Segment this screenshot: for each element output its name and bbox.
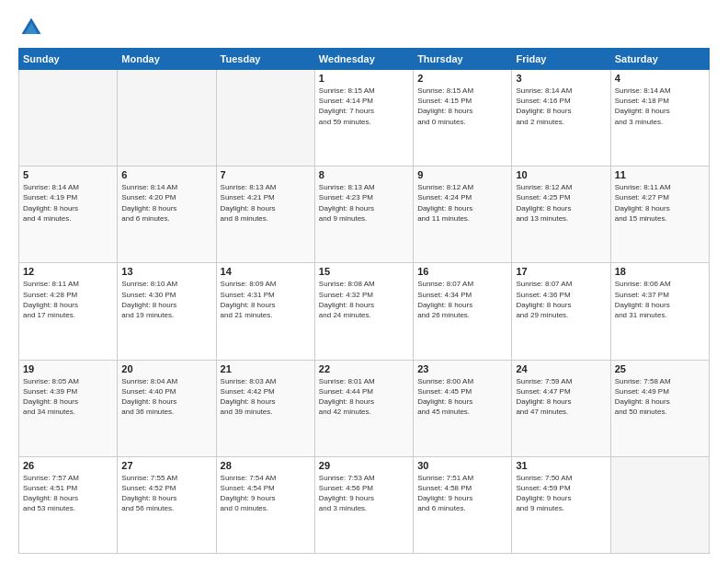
day-info: Sunrise: 8:14 AM Sunset: 4:16 PM Dayligh… (516, 86, 606, 127)
day-of-week-header: Saturday (610, 49, 709, 70)
day-number: 30 (417, 460, 507, 471)
day-info: Sunrise: 8:14 AM Sunset: 4:19 PM Dayligh… (23, 182, 113, 224)
calendar-day-cell: 6Sunrise: 8:14 AM Sunset: 4:20 PM Daylig… (118, 167, 216, 263)
day-info: Sunrise: 8:14 AM Sunset: 4:20 PM Dayligh… (121, 182, 211, 224)
calendar-day-cell: 27Sunrise: 7:55 AM Sunset: 4:52 PM Dayli… (118, 456, 216, 553)
calendar-day-cell: 11Sunrise: 8:11 AM Sunset: 4:27 PM Dayli… (610, 167, 709, 263)
day-info: Sunrise: 8:12 AM Sunset: 4:24 PM Dayligh… (417, 182, 507, 224)
calendar-day-cell: 10Sunrise: 8:12 AM Sunset: 4:25 PM Dayli… (512, 167, 610, 263)
day-info: Sunrise: 8:11 AM Sunset: 4:27 PM Dayligh… (615, 182, 705, 224)
calendar-day-cell: 7Sunrise: 8:13 AM Sunset: 4:21 PM Daylig… (216, 167, 314, 263)
day-number: 7 (221, 169, 311, 180)
day-number: 11 (615, 169, 705, 180)
calendar-day-cell: 15Sunrise: 8:08 AM Sunset: 4:32 PM Dayli… (314, 263, 413, 360)
day-of-week-header: Tuesday (216, 49, 314, 70)
day-info: Sunrise: 7:53 AM Sunset: 4:56 PM Dayligh… (319, 473, 409, 514)
day-number: 14 (221, 266, 311, 277)
calendar-week-row: 19Sunrise: 8:05 AM Sunset: 4:39 PM Dayli… (19, 360, 710, 456)
calendar-day-cell: 9Sunrise: 8:12 AM Sunset: 4:24 PM Daylig… (414, 167, 512, 263)
page: SundayMondayTuesdayWednesdayThursdayFrid… (0, 0, 728, 563)
day-info: Sunrise: 7:51 AM Sunset: 4:58 PM Dayligh… (417, 473, 507, 514)
calendar-day-cell: 19Sunrise: 8:05 AM Sunset: 4:39 PM Dayli… (19, 360, 118, 456)
day-info: Sunrise: 8:13 AM Sunset: 4:23 PM Dayligh… (319, 182, 409, 224)
calendar-week-row: 1Sunrise: 8:15 AM Sunset: 4:14 PM Daylig… (19, 70, 710, 167)
day-info: Sunrise: 8:06 AM Sunset: 4:37 PM Dayligh… (615, 279, 705, 320)
calendar-day-cell: 22Sunrise: 8:01 AM Sunset: 4:44 PM Dayli… (314, 360, 413, 456)
day-info: Sunrise: 7:54 AM Sunset: 4:54 PM Dayligh… (221, 473, 311, 514)
day-info: Sunrise: 8:07 AM Sunset: 4:36 PM Dayligh… (516, 279, 606, 320)
day-info: Sunrise: 8:12 AM Sunset: 4:25 PM Dayligh… (516, 182, 606, 224)
day-number: 26 (23, 460, 113, 471)
calendar-week-row: 12Sunrise: 8:11 AM Sunset: 4:28 PM Dayli… (19, 263, 710, 360)
day-info: Sunrise: 8:09 AM Sunset: 4:31 PM Dayligh… (221, 279, 311, 320)
day-info: Sunrise: 7:59 AM Sunset: 4:47 PM Dayligh… (516, 376, 606, 418)
logo (18, 15, 48, 40)
day-info: Sunrise: 7:57 AM Sunset: 4:51 PM Dayligh… (23, 473, 113, 514)
day-info: Sunrise: 8:11 AM Sunset: 4:28 PM Dayligh… (23, 279, 113, 320)
day-number: 21 (221, 363, 311, 374)
day-info: Sunrise: 7:58 AM Sunset: 4:49 PM Dayligh… (615, 376, 705, 418)
day-number: 18 (615, 266, 705, 277)
calendar-day-cell: 12Sunrise: 8:11 AM Sunset: 4:28 PM Dayli… (19, 263, 118, 360)
day-number: 22 (319, 363, 409, 374)
day-number: 24 (516, 363, 606, 374)
calendar-day-cell: 14Sunrise: 8:09 AM Sunset: 4:31 PM Dayli… (216, 263, 314, 360)
day-number: 15 (319, 266, 409, 277)
day-number: 10 (516, 169, 606, 180)
day-number: 5 (23, 169, 113, 180)
calendar-day-cell: 24Sunrise: 7:59 AM Sunset: 4:47 PM Dayli… (512, 360, 610, 456)
day-info: Sunrise: 8:15 AM Sunset: 4:14 PM Dayligh… (319, 86, 409, 127)
calendar-table: SundayMondayTuesdayWednesdayThursdayFrid… (18, 48, 710, 554)
calendar-day-cell: 16Sunrise: 8:07 AM Sunset: 4:34 PM Dayli… (414, 263, 512, 360)
day-info: Sunrise: 8:07 AM Sunset: 4:34 PM Dayligh… (417, 279, 507, 320)
day-of-week-header: Monday (118, 49, 216, 70)
day-number: 1 (319, 73, 409, 84)
day-info: Sunrise: 8:08 AM Sunset: 4:32 PM Dayligh… (319, 279, 409, 320)
calendar-day-cell: 26Sunrise: 7:57 AM Sunset: 4:51 PM Dayli… (19, 456, 118, 553)
day-info: Sunrise: 8:05 AM Sunset: 4:39 PM Dayligh… (23, 376, 113, 418)
day-number: 2 (417, 73, 507, 84)
calendar-day-cell (19, 70, 118, 167)
day-info: Sunrise: 8:00 AM Sunset: 4:45 PM Dayligh… (417, 376, 507, 418)
day-info: Sunrise: 7:50 AM Sunset: 4:59 PM Dayligh… (516, 473, 606, 514)
calendar-day-cell: 21Sunrise: 8:03 AM Sunset: 4:42 PM Dayli… (216, 360, 314, 456)
calendar-day-cell: 25Sunrise: 7:58 AM Sunset: 4:49 PM Dayli… (610, 360, 709, 456)
header (18, 15, 710, 40)
calendar-day-cell: 8Sunrise: 8:13 AM Sunset: 4:23 PM Daylig… (314, 167, 413, 263)
calendar-week-row: 5Sunrise: 8:14 AM Sunset: 4:19 PM Daylig… (19, 167, 710, 263)
day-info: Sunrise: 7:55 AM Sunset: 4:52 PM Dayligh… (121, 473, 211, 514)
calendar-day-cell (216, 70, 314, 167)
day-number: 12 (23, 266, 113, 277)
day-of-week-header: Thursday (414, 49, 512, 70)
day-info: Sunrise: 8:10 AM Sunset: 4:30 PM Dayligh… (121, 279, 211, 320)
day-number: 19 (23, 363, 113, 374)
calendar-day-cell: 31Sunrise: 7:50 AM Sunset: 4:59 PM Dayli… (512, 456, 610, 553)
calendar-day-cell: 3Sunrise: 8:14 AM Sunset: 4:16 PM Daylig… (512, 70, 610, 167)
calendar-week-row: 26Sunrise: 7:57 AM Sunset: 4:51 PM Dayli… (19, 456, 710, 553)
calendar-day-cell: 18Sunrise: 8:06 AM Sunset: 4:37 PM Dayli… (610, 263, 709, 360)
day-number: 25 (615, 363, 705, 374)
calendar-day-cell: 30Sunrise: 7:51 AM Sunset: 4:58 PM Dayli… (414, 456, 512, 553)
calendar-day-cell: 4Sunrise: 8:14 AM Sunset: 4:18 PM Daylig… (610, 70, 709, 167)
calendar-day-cell: 28Sunrise: 7:54 AM Sunset: 4:54 PM Dayli… (216, 456, 314, 553)
day-number: 31 (516, 460, 606, 471)
day-number: 27 (121, 460, 211, 471)
day-of-week-header: Sunday (19, 49, 118, 70)
day-number: 4 (615, 73, 705, 84)
day-of-week-header: Wednesday (314, 49, 413, 70)
day-info: Sunrise: 8:01 AM Sunset: 4:44 PM Dayligh… (319, 376, 409, 418)
day-info: Sunrise: 8:15 AM Sunset: 4:15 PM Dayligh… (417, 86, 507, 127)
calendar-day-cell: 2Sunrise: 8:15 AM Sunset: 4:15 PM Daylig… (414, 70, 512, 167)
day-of-week-header: Friday (512, 49, 610, 70)
day-number: 8 (319, 169, 409, 180)
calendar-header-row: SundayMondayTuesdayWednesdayThursdayFrid… (19, 49, 710, 70)
calendar-day-cell: 20Sunrise: 8:04 AM Sunset: 4:40 PM Dayli… (118, 360, 216, 456)
day-number: 17 (516, 266, 606, 277)
logo-icon (18, 15, 44, 40)
day-info: Sunrise: 8:14 AM Sunset: 4:18 PM Dayligh… (615, 86, 705, 127)
calendar-day-cell (118, 70, 216, 167)
day-number: 20 (121, 363, 211, 374)
day-number: 29 (319, 460, 409, 471)
calendar-day-cell: 17Sunrise: 8:07 AM Sunset: 4:36 PM Dayli… (512, 263, 610, 360)
day-number: 6 (121, 169, 211, 180)
